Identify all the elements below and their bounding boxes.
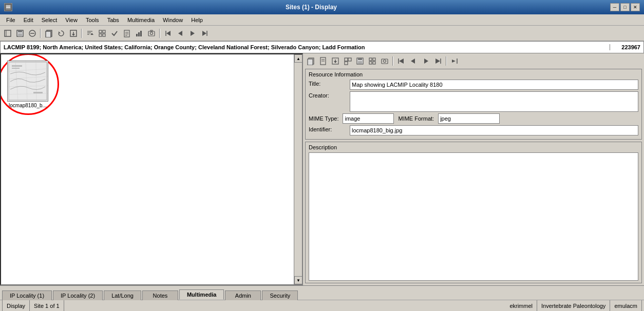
svg-rect-62	[345, 62, 348, 65]
check-button[interactable]	[109, 28, 120, 39]
rt-next-button[interactable]	[420, 55, 431, 67]
last-record-button[interactable]	[199, 28, 211, 39]
menu-window[interactable]: Window	[159, 16, 187, 24]
svg-point-32	[150, 32, 153, 34]
title-input[interactable]	[350, 80, 638, 90]
chart-button[interactable]	[134, 28, 145, 39]
menu-tabs[interactable]: Tabs	[103, 16, 123, 24]
menu-view[interactable]: View	[61, 16, 82, 24]
breadcrumb-bar: LACMIP 8199; North America; United State…	[0, 41, 644, 53]
refresh-button[interactable]	[55, 28, 67, 39]
save-button[interactable]	[14, 28, 26, 39]
rt-prev-button[interactable]	[408, 55, 419, 67]
svg-marker-77	[435, 59, 440, 64]
menu-edit[interactable]: Edit	[20, 16, 37, 24]
photo-button[interactable]	[146, 28, 157, 39]
svg-marker-35	[166, 31, 171, 36]
status-bar: Display Site 1 of 1 ekrimmel Invertebrat…	[0, 300, 644, 311]
status-system: emulacm	[610, 300, 642, 311]
new-button[interactable]	[2, 28, 13, 39]
rt-first-button[interactable]	[395, 55, 407, 67]
svg-marker-39	[202, 31, 206, 36]
tab-security[interactable]: Security	[262, 290, 298, 300]
identifier-input[interactable]	[350, 125, 638, 135]
sort-button[interactable]	[84, 28, 96, 39]
scrollbar[interactable]: ▲ ▼	[294, 54, 302, 284]
svg-rect-2	[6, 7, 10, 8]
close-button[interactable]: ✕	[631, 3, 640, 11]
svg-marker-15	[72, 34, 75, 36]
svg-rect-64	[358, 58, 362, 60]
rt-copy-button[interactable]	[305, 55, 316, 67]
svg-marker-75	[424, 59, 428, 64]
creator-label: Creator:	[309, 91, 350, 99]
menu-help[interactable]: Help	[187, 16, 207, 24]
menu-tools[interactable]: Tools	[82, 16, 103, 24]
svg-rect-60	[345, 58, 348, 61]
separator-1	[40, 29, 41, 38]
menu-multimedia[interactable]: Multimedia	[123, 16, 159, 24]
rt-last-button[interactable]	[432, 55, 444, 67]
tab-multimedia[interactable]: Multimedia	[179, 289, 224, 300]
rt-grid2-button[interactable]	[367, 55, 378, 67]
resource-info-section: Resource Information Title: Creator: MIM…	[305, 69, 642, 140]
svg-rect-21	[103, 30, 105, 33]
next-record-button[interactable]	[187, 28, 198, 39]
separator-3	[159, 29, 160, 38]
menu-select[interactable]: Select	[37, 16, 62, 24]
cancel-button[interactable]	[27, 28, 38, 39]
breadcrumb-text: LACMIP 8199; North America; United State…	[4, 44, 365, 50]
resource-info-title: Resource Information	[309, 71, 638, 77]
thumbnail-scroll[interactable]: locmap8180_b...	[1, 54, 302, 284]
rt-separator-2	[446, 56, 447, 66]
tab-admin[interactable]: Admin	[225, 290, 261, 300]
creator-field-row: Creator:	[309, 91, 638, 112]
rt-end-button[interactable]	[449, 55, 460, 67]
description-textarea[interactable]	[309, 152, 638, 281]
title-label: Title:	[309, 80, 350, 87]
rt-view-button[interactable]	[342, 55, 353, 67]
svg-rect-29	[138, 32, 140, 36]
status-department: Invertebrate Paleontology	[537, 300, 610, 311]
scroll-down-arrow[interactable]: ▼	[294, 276, 302, 284]
export-button[interactable]	[68, 28, 79, 39]
rt-save-button[interactable]	[354, 55, 366, 67]
tab-ip-locality-2[interactable]: IP Locality (2)	[53, 290, 103, 300]
svg-marker-73	[399, 59, 404, 64]
mime-format-input[interactable]	[438, 113, 500, 124]
tab-ip-locality-1[interactable]: IP Locality (1)	[2, 290, 52, 300]
first-record-button[interactable]	[162, 28, 174, 39]
scroll-up-arrow[interactable]: ▲	[294, 54, 302, 63]
svg-rect-40	[8, 61, 48, 101]
svg-rect-61	[348, 58, 351, 61]
tab-lat-long[interactable]: Lat/Long	[104, 290, 141, 300]
maximize-button[interactable]: □	[620, 3, 630, 11]
rt-camera-button[interactable]	[379, 55, 390, 67]
copy-button[interactable]	[43, 28, 54, 39]
report-button[interactable]	[121, 28, 132, 39]
creator-input[interactable]	[350, 91, 638, 112]
minimize-button[interactable]: ─	[610, 3, 619, 11]
record-number: 223967	[610, 44, 640, 50]
mime-type-input[interactable]	[343, 113, 394, 124]
thumbnail-item[interactable]: locmap8180_b...	[5, 59, 50, 110]
menu-file[interactable]: File	[2, 16, 20, 24]
status-mode: Display	[2, 300, 30, 311]
thumbnail-image[interactable]	[7, 61, 48, 102]
svg-rect-51	[33, 92, 43, 93]
rt-separator-1	[392, 56, 393, 66]
scroll-thumb[interactable]	[294, 63, 302, 276]
svg-rect-66	[369, 58, 372, 61]
rt-doc-button[interactable]	[317, 55, 329, 67]
rt-export-button[interactable]	[330, 55, 341, 67]
prev-record-button[interactable]	[175, 28, 186, 39]
grid-button[interactable]	[97, 28, 108, 39]
status-record: Site 1 of 1	[30, 300, 64, 311]
window-controls: ─ □ ✕	[610, 3, 640, 11]
separator-2	[81, 29, 82, 38]
app-icon	[4, 3, 12, 11]
svg-rect-69	[373, 62, 375, 64]
svg-marker-79	[452, 60, 456, 63]
main-content: locmap8180_b... ▲ ▼	[0, 53, 644, 285]
tab-notes[interactable]: Notes	[142, 290, 178, 300]
